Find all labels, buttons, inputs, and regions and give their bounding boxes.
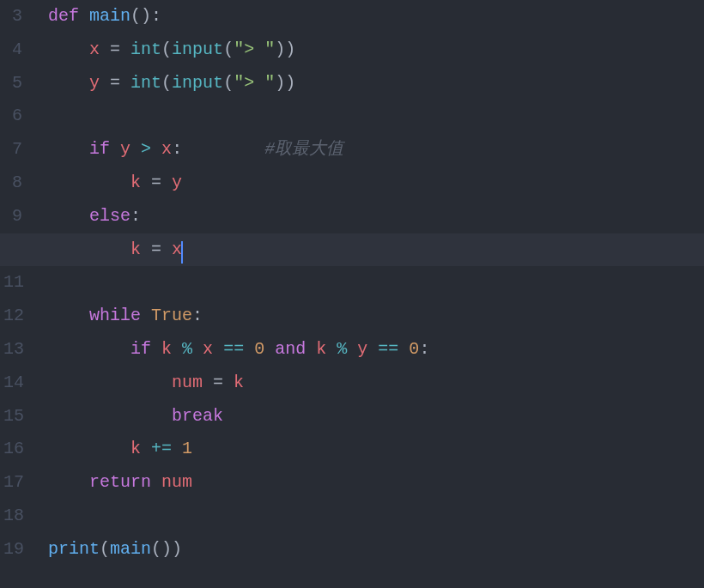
code-line[interactable] [38, 500, 704, 533]
code-token: ( [161, 73, 172, 93]
code-token: = [151, 239, 161, 259]
code-token: ( [223, 39, 234, 59]
code-token: = [151, 173, 161, 192]
code-token: 1 [182, 439, 192, 458]
code-token: )) [275, 73, 295, 93]
code-line[interactable]: if k % x == 0 and k % y == 0: [38, 333, 704, 367]
line-number: 11 [3, 266, 22, 300]
code-token: (): [130, 6, 161, 26]
code-token [120, 39, 130, 59]
code-token: x [89, 39, 100, 59]
code-token [48, 406, 172, 426]
code-token [110, 139, 120, 159]
code-token [203, 373, 213, 392]
code-token [48, 173, 130, 192]
code-token: ()) [151, 539, 182, 559]
code-token: if [130, 339, 151, 359]
code-token: k [161, 339, 172, 359]
code-line[interactable]: k += 1 [38, 433, 704, 466]
code-token: > [141, 139, 151, 159]
line-number: 4 [3, 33, 22, 67]
line-number: 13 [3, 333, 22, 367]
code-token: "> " [234, 39, 275, 59]
code-token: main [110, 539, 151, 559]
code-token [306, 339, 316, 359]
line-number: 5 [3, 67, 22, 100]
code-token: == [223, 339, 244, 359]
line-number: 7 [3, 133, 22, 167]
code-line[interactable]: if y > x: #取最大值 [38, 133, 704, 167]
line-number: 17 [3, 466, 22, 500]
code-token: == [378, 339, 398, 359]
text-cursor [181, 241, 183, 264]
line-number: 16 [3, 433, 22, 466]
code-line[interactable]: print(main()) [38, 533, 704, 567]
code-line[interactable] [38, 266, 704, 300]
code-token [161, 239, 172, 259]
code-token: int [130, 39, 161, 59]
code-token [367, 339, 378, 359]
code-token [223, 373, 234, 392]
code-token [48, 73, 89, 93]
code-token [172, 339, 182, 359]
code-token [141, 306, 151, 325]
line-number: 18 [3, 500, 22, 533]
code-token [326, 339, 337, 359]
code-token: % [182, 339, 192, 359]
code-token: x [161, 139, 172, 159]
code-token [172, 439, 182, 458]
code-token [48, 206, 89, 226]
code-line[interactable]: return num [38, 466, 704, 500]
line-number-gutter: 345678910111213141516171819 [0, 0, 38, 588]
code-line[interactable]: x = int(input("> ")) [38, 33, 704, 67]
code-token: y [357, 339, 367, 359]
code-token [151, 339, 161, 359]
code-token: main [89, 6, 130, 26]
code-editor[interactable]: 345678910111213141516171819 def main(): … [0, 0, 704, 588]
code-line[interactable]: while True: [38, 300, 704, 333]
code-token [151, 472, 161, 492]
code-line[interactable] [38, 100, 704, 133]
code-line[interactable]: break [38, 400, 704, 433]
code-line[interactable]: def main(): [38, 0, 704, 33]
code-token [48, 139, 89, 159]
code-token: : [172, 139, 182, 159]
code-token: : [192, 306, 203, 325]
code-line[interactable]: else: [38, 200, 704, 233]
code-token [48, 239, 130, 259]
code-token [161, 173, 172, 192]
code-token [48, 472, 89, 492]
code-token [130, 139, 141, 159]
code-token [48, 439, 130, 458]
code-token [48, 339, 130, 359]
code-token [151, 139, 161, 159]
code-line[interactable]: k = y [38, 167, 704, 200]
code-token: k [316, 339, 326, 359]
code-token: : [419, 339, 429, 359]
code-token [120, 73, 130, 93]
code-line[interactable]: y = int(input("> ")) [38, 67, 704, 100]
code-token: ( [100, 539, 110, 559]
code-token [192, 339, 203, 359]
code-token: print [48, 539, 100, 559]
code-token: return [89, 472, 151, 492]
code-token: % [337, 339, 347, 359]
code-line[interactable]: num = k [38, 367, 704, 400]
code-token: "> " [234, 73, 275, 93]
code-line[interactable]: k = x [38, 233, 704, 267]
code-token: if [89, 139, 110, 159]
code-token: y [172, 173, 182, 192]
code-token: 0 [254, 339, 264, 359]
code-token [48, 39, 89, 59]
code-token [48, 373, 172, 392]
line-number: 6 [3, 100, 22, 133]
code-token: num [172, 373, 203, 392]
code-token: y [120, 139, 130, 159]
line-number: 14 [3, 367, 22, 400]
code-token [79, 6, 89, 26]
code-token: int [130, 73, 161, 93]
line-number: 9 [3, 200, 22, 233]
code-token [100, 39, 110, 59]
code-token [264, 339, 275, 359]
code-area[interactable]: def main(): x = int(input("> ")) y = int… [38, 0, 704, 588]
